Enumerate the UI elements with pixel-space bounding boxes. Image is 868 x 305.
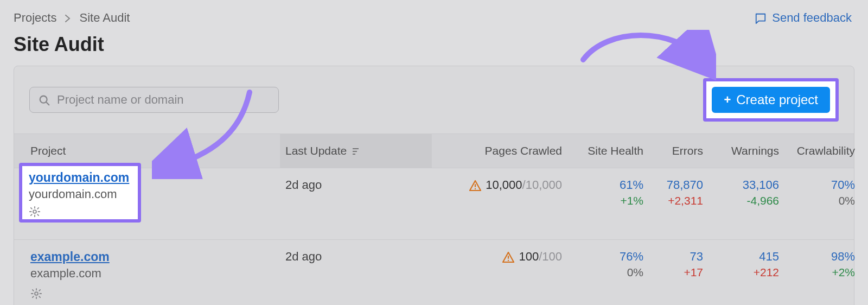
breadcrumb: Projects Site Audit — [14, 11, 130, 25]
cell-warnings: 415 +212 — [709, 250, 784, 300]
col-site-health[interactable]: Site Health — [567, 144, 649, 157]
col-errors[interactable]: Errors — [649, 144, 709, 157]
chevron-right-icon — [65, 12, 71, 24]
cell-errors: 73 +17 — [649, 250, 709, 300]
cell-last-update: 2d ago — [280, 178, 432, 230]
project-highlight: yourdomain.com yourdomain.com — [19, 163, 141, 223]
cell-site-health: 76% 0% — [567, 250, 649, 300]
cell-site-health: 61% +1% — [567, 178, 649, 230]
warning-triangle-icon — [469, 178, 481, 192]
col-crawlability[interactable]: Crawlability — [784, 144, 860, 157]
svg-line-1 — [46, 102, 49, 105]
gear-icon — [29, 206, 41, 215]
search-input[interactable] — [57, 93, 270, 107]
feedback-label: Send feedback — [772, 11, 852, 25]
feedback-icon — [755, 11, 767, 25]
gear-icon — [30, 286, 42, 300]
cell-pages-crawled: 100/100 — [432, 250, 567, 300]
project-domain: example.com — [30, 266, 275, 281]
svg-point-6 — [475, 188, 476, 189]
breadcrumb-current: Site Audit — [79, 11, 130, 25]
warning-triangle-icon — [502, 250, 514, 264]
create-project-button[interactable]: + Create project — [712, 87, 830, 113]
create-project-highlight: + Create project — [703, 78, 839, 122]
col-project[interactable]: Project — [14, 144, 280, 157]
svg-point-9 — [508, 260, 509, 261]
project-link[interactable]: example.com — [30, 250, 110, 264]
cell-pages-crawled: 10,000/10,000 — [432, 178, 567, 230]
sort-desc-icon — [352, 146, 361, 156]
project-link[interactable]: yourdomain.com — [29, 170, 131, 185]
svg-point-7 — [35, 292, 38, 295]
search-box[interactable] — [29, 87, 279, 113]
page-title: Site Audit — [0, 30, 868, 66]
col-last-update[interactable]: Last Update — [280, 134, 432, 168]
cell-errors: 78,870 +2,311 — [649, 178, 709, 230]
breadcrumb-root[interactable]: Projects — [14, 11, 56, 25]
cell-warnings: 33,106 -4,966 — [709, 178, 784, 230]
col-pages-crawled[interactable]: Pages Crawled — [432, 144, 567, 157]
table-row: example.com example.com 2d ago 100/100 7… — [14, 240, 854, 305]
project-settings-button[interactable] — [29, 206, 131, 218]
project-domain: yourdomain.com — [29, 187, 131, 201]
plus-icon: + — [724, 93, 731, 107]
col-warnings[interactable]: Warnings — [709, 144, 784, 157]
cell-crawlability: 98% +2% — [784, 250, 860, 300]
send-feedback-link[interactable]: Send feedback — [755, 11, 852, 25]
svg-point-10 — [33, 210, 36, 213]
search-icon — [39, 93, 50, 107]
cell-last-update: 2d ago — [280, 250, 432, 300]
col-last-update-label: Last Update — [285, 144, 347, 157]
cell-crawlability: 70% 0% — [784, 178, 860, 230]
project-settings-button[interactable] — [30, 286, 275, 300]
create-project-label: Create project — [736, 92, 818, 107]
